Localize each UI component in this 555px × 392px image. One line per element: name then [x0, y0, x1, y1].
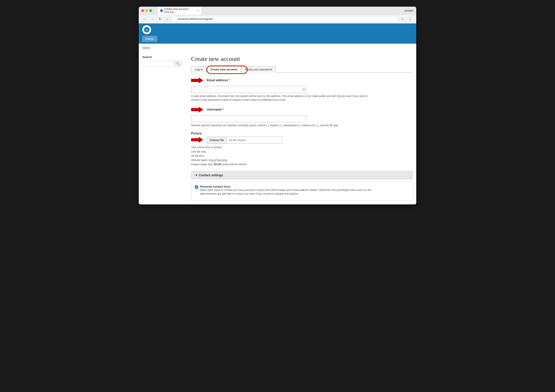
search-input[interactable]: [142, 60, 173, 67]
tab-title: Create new account | First Dru...: [164, 7, 195, 14]
site-logo: D: [142, 25, 151, 34]
page-title: Create new account: [191, 55, 413, 63]
tab-create-account[interactable]: Create new account: [206, 66, 241, 73]
main-area: Create new account Log in Create new acc…: [191, 55, 413, 201]
email-arrow-indicator: [191, 77, 203, 85]
sidebar: Search 🔍: [142, 55, 187, 201]
picture-hint-1: Your virtual face or picture.: [191, 145, 413, 150]
email-form-section: Email address* ⊟ A valid email address. …: [191, 77, 413, 102]
tab-login[interactable]: Log in: [191, 66, 206, 73]
svg-marker-2: [191, 78, 203, 83]
breadcrumb-home-link[interactable]: Home: [142, 46, 150, 49]
search-box: 🔍: [142, 60, 187, 67]
tab-close-button[interactable]: ✕: [197, 9, 199, 12]
sidebar-search-title: Search: [142, 55, 187, 59]
address-bar[interactable]: [171, 16, 398, 22]
email-hint: A valid email address. All emails from t…: [191, 94, 368, 102]
tab-bar: Create new account | First Dru... ✕: [157, 7, 401, 15]
forward-button[interactable]: →: [149, 16, 156, 22]
svg-marker-4: [191, 137, 203, 143]
picture-hint-2: One file only.: [191, 150, 413, 154]
picture-hint-4: Allowed types: png gif jpg jpeg.: [191, 158, 413, 162]
picture-hints: Your virtual face or picture. One file o…: [191, 145, 413, 167]
contact-settings-section: ▼ Contact settings: [191, 171, 413, 179]
traffic-lights: [141, 9, 152, 12]
picture-label: Picture: [191, 132, 413, 135]
file-name-display: No file chosen: [227, 139, 248, 142]
personal-contact-row: Personal contact form Allow other users …: [195, 185, 409, 196]
tabs-container: Log in Create new account Reset your pas…: [191, 66, 413, 73]
contact-settings-header[interactable]: ▼ Contact settings: [195, 173, 409, 177]
page-content: D Home Home Search 🔍: [139, 23, 416, 204]
picture-arrow-indicator: [191, 136, 203, 144]
profile-name: prosper: [404, 9, 414, 12]
back-button[interactable]: ←: [141, 16, 148, 22]
personal-contact-label: Personal contact form: [200, 185, 377, 188]
breadcrumb-bar: Home: [139, 44, 416, 52]
username-hint: Several special characters are allowed, …: [191, 124, 368, 127]
personal-contact-checkbox[interactable]: [195, 185, 198, 189]
email-input[interactable]: [191, 86, 306, 93]
bookmark-button[interactable]: ☆: [399, 16, 405, 22]
browser-toolbar: ← → ↻ ⌂ ⓘ ☆ ⋮: [139, 15, 416, 23]
search-button[interactable]: 🔍: [174, 60, 182, 67]
email-label: Email address*: [207, 78, 230, 82]
menu-button[interactable]: ⋮: [407, 16, 414, 22]
email-field-icon: ⊟: [303, 88, 305, 91]
main-layout: Search 🔍 Create new account Log in Creat…: [139, 52, 416, 204]
username-label: Username*: [207, 108, 224, 111]
refresh-button[interactable]: ↻: [157, 16, 163, 22]
picture-hint-5: Images larger than 85x85 pixels will be …: [191, 162, 413, 167]
picture-hint-3: 30 KB limit.: [191, 154, 413, 158]
minimize-button[interactable]: [146, 9, 148, 12]
personal-contact-hint: Allow other users to contact you via a p…: [200, 188, 377, 196]
nav-home[interactable]: Home: [142, 36, 157, 42]
nav-menu: Home: [139, 36, 416, 44]
close-button[interactable]: [141, 9, 144, 12]
svg-marker-3: [191, 107, 203, 113]
contact-settings-label: ▼ Contact settings: [195, 173, 223, 177]
svg-text:D: D: [146, 28, 148, 31]
tab-reset-password[interactable]: Reset your password: [241, 66, 276, 73]
home-button[interactable]: ⌂: [165, 16, 169, 22]
username-input[interactable]: [191, 115, 306, 122]
choose-file-button[interactable]: Choose File: [207, 137, 227, 143]
username-required-star: *: [223, 108, 224, 111]
browser-titlebar: Create new account | First Dru... ✕ pros…: [139, 7, 416, 15]
address-bar-wrapper: ⓘ: [171, 16, 398, 22]
username-form-section: Username* Several special characters are…: [191, 106, 413, 127]
search-icon: 🔍: [176, 62, 180, 65]
email-required-star: *: [228, 78, 230, 82]
site-header: D: [139, 23, 416, 36]
tab-favicon: [160, 9, 163, 12]
picture-form-section: Picture Choose File No file chosen: [191, 132, 413, 167]
username-arrow-indicator: [191, 106, 203, 114]
file-input-wrapper: Choose File No file chosen: [207, 137, 282, 144]
maximize-button[interactable]: [149, 9, 152, 12]
browser-tab[interactable]: Create new account | First Dru... ✕: [157, 7, 202, 15]
contact-settings-body: Personal contact form Allow other users …: [191, 182, 413, 201]
